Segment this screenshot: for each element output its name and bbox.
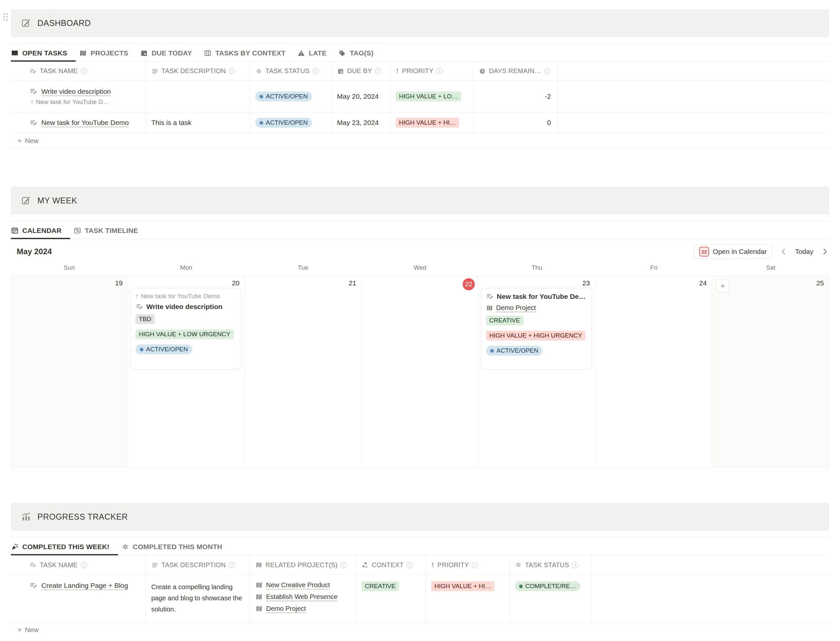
map-icon — [255, 593, 263, 601]
title-icon — [135, 303, 143, 311]
calendar-event-card[interactable]: New task for YouTube De… Demo Project CR… — [481, 288, 592, 369]
col-header-empty — [592, 556, 829, 574]
col-header-context[interactable]: CONTEXT — [356, 556, 426, 574]
tab-open-tasks[interactable]: OPEN TASKS — [11, 49, 67, 61]
tab-projects[interactable]: PROJECTS — [79, 49, 128, 61]
priority-tag: HIGH VALUE + HI… — [396, 118, 459, 127]
task-link[interactable]: Write video description — [41, 88, 111, 95]
cell-task-description[interactable] — [146, 81, 250, 112]
add-event-button[interactable]: + — [716, 280, 729, 292]
cell-due-by[interactable]: May 23, 2024 — [332, 113, 390, 133]
calendar-cell-sat[interactable]: + 25 — [712, 276, 829, 467]
info-icon — [81, 562, 87, 568]
date-number: 24 — [699, 279, 707, 287]
clock-icon — [479, 68, 486, 75]
chevron-left-icon[interactable] — [779, 247, 788, 256]
col-header-task-name[interactable]: TASK NAME — [11, 556, 146, 574]
context-tag: CREATIVE — [486, 316, 523, 325]
new-task-button[interactable]: + New — [11, 623, 829, 637]
cell-related-projects[interactable]: New Creative Product Establish Web Prese… — [250, 575, 356, 623]
chevron-right-icon[interactable] — [821, 247, 829, 256]
calendar-cell-sun[interactable]: 19 — [11, 276, 128, 467]
tab-task-timeline[interactable]: TASK TIMELINE — [74, 227, 138, 239]
info-icon — [406, 562, 413, 568]
day-header: Wed — [361, 264, 479, 271]
col-header-related-projects[interactable]: RELATED PROJECT(S) — [250, 556, 356, 574]
info-icon — [472, 562, 478, 568]
day-header: Sun — [11, 264, 127, 271]
cell-task-name[interactable]: New task for YouTube Demo — [11, 113, 146, 133]
day-header: Fri — [595, 264, 712, 271]
tab-tasks-by-context[interactable]: TASKS BY CONTEXT — [204, 49, 285, 61]
task-link[interactable]: New task for YouTube Demo — [41, 119, 129, 127]
date-number: 19 — [115, 279, 123, 287]
warning-icon — [297, 49, 305, 57]
cell-task-description[interactable]: Create a compelling landing page and blo… — [146, 575, 250, 623]
new-task-button[interactable]: + New — [11, 133, 829, 148]
col-header-priority[interactable]: ! PRIORITY — [426, 556, 509, 574]
cell-due-by[interactable]: May 20, 2024 — [332, 81, 390, 112]
cell-priority[interactable]: HIGH VALUE + HI… — [390, 113, 474, 133]
col-header-days-remaining[interactable]: DAYS REMAIN… — [474, 62, 558, 81]
cell-task-status[interactable]: ACTIVE/OPEN — [250, 81, 332, 112]
cell-task-name[interactable]: Write video description New task for You… — [11, 81, 146, 112]
parent-task-line[interactable]: New task for YouTube D… — [29, 98, 109, 106]
today-date-badge: 22 — [463, 278, 475, 290]
col-header-task-status[interactable]: TASK STATUS — [250, 62, 332, 81]
cell-task-description[interactable]: This is a task — [146, 113, 250, 133]
calendar-cell-thu[interactable]: 23 New task for YouTube De… Demo Project… — [479, 276, 595, 467]
dashboard-tabbar: OPEN TASKS PROJECTS DUE TODAY TASKS BY C… — [11, 49, 829, 62]
cell-priority[interactable]: HIGH VALUE + HI… — [426, 575, 509, 623]
col-header-task-description[interactable]: TASK DESCRIPTION — [146, 556, 250, 574]
col-header-due-by[interactable]: DUE BY — [332, 62, 390, 81]
project-link[interactable]: Demo Project — [255, 605, 306, 612]
info-icon — [229, 68, 235, 74]
status-tag: ACTIVE/OPEN — [135, 345, 192, 354]
calendar-event-card[interactable]: New task for YouTube Demo Write video de… — [131, 288, 242, 369]
section-title-my-week: MY WEEK — [37, 196, 77, 205]
cell-priority[interactable]: HIGH VALUE + LO… — [390, 81, 474, 112]
cell-empty — [592, 575, 829, 623]
calendar-cell-fri[interactable]: 24 — [595, 276, 712, 467]
status-tag: ACTIVE/OPEN — [255, 118, 312, 127]
project-link[interactable]: New Creative Product — [255, 581, 330, 589]
priority-tag: HIGH VALUE + LO… — [396, 92, 461, 101]
status-burst-icon — [255, 68, 263, 75]
date-number: 20 — [232, 279, 240, 287]
event-project-link[interactable]: Demo Project — [486, 304, 587, 312]
event-title: Write video description — [135, 303, 237, 311]
cell-days-remaining[interactable]: -2 — [474, 81, 558, 112]
col-header-task-name[interactable]: TASK NAME — [11, 62, 146, 81]
calendar-cell-tue[interactable]: 21 — [245, 276, 361, 467]
info-icon — [229, 562, 235, 568]
cell-task-status[interactable]: COMPLETE/RE… — [509, 575, 592, 623]
cell-days-remaining[interactable]: 0 — [474, 113, 558, 133]
plus-icon: + — [18, 137, 22, 145]
tab-completed-this-month[interactable]: COMPLETED THIS MONTH — [121, 543, 222, 555]
tab-due-today[interactable]: DUE TODAY — [140, 49, 192, 61]
calendar-cell-mon[interactable]: 20 New task for YouTube Demo Write video… — [128, 276, 245, 467]
tab-tags[interactable]: TAG(S) — [338, 49, 373, 61]
cell-task-name[interactable]: Create Landing Page + Blog — [11, 575, 146, 623]
tab-completed-this-week[interactable]: COMPLETED THIS WEEK! — [11, 543, 110, 555]
open-in-calendar-button[interactable]: 22 Open in Calendar — [694, 245, 772, 259]
col-header-task-description[interactable]: TASK DESCRIPTION — [146, 62, 250, 81]
tab-late[interactable]: LATE — [297, 49, 326, 61]
task-link[interactable]: Create Landing Page + Blog — [41, 581, 128, 589]
title-icon — [29, 581, 38, 589]
text-icon — [151, 68, 158, 75]
title-icon — [29, 68, 37, 75]
priority-tag: HIGH VALUE + LOW URGENCY — [135, 329, 234, 339]
calendar-toolbar: May 2024 22 Open in Calendar Today — [11, 244, 829, 259]
sub-item-arrow-icon — [135, 293, 139, 300]
tab-calendar[interactable]: CALENDAR — [11, 227, 62, 239]
col-header-priority[interactable]: ! PRIORITY — [390, 62, 474, 81]
today-button[interactable]: Today — [795, 248, 813, 256]
progress-tabbar: COMPLETED THIS WEEK! COMPLETED THIS MONT… — [11, 543, 829, 556]
col-header-task-status[interactable]: TASK STATUS — [509, 556, 592, 574]
calendar-cell-wed[interactable]: 22 — [361, 276, 479, 467]
cell-context[interactable]: CREATIVE — [356, 575, 426, 623]
calendar-grid: 19 20 New task for YouTube Demo Write vi… — [11, 276, 829, 467]
cell-task-status[interactable]: ACTIVE/OPEN — [250, 113, 332, 133]
project-link[interactable]: Establish Web Presence — [255, 593, 338, 601]
